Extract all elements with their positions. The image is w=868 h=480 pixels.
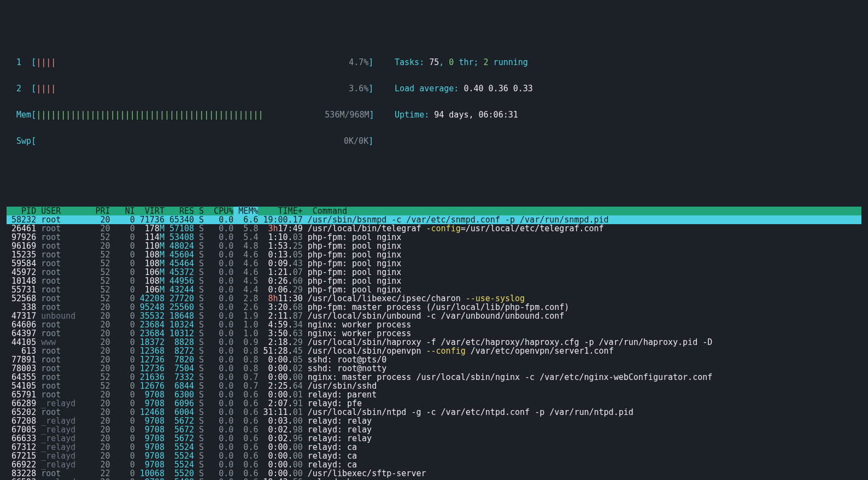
- table-row[interactable]: 66633_relayd20097085672S0.00.60:02.96rel…: [7, 434, 861, 443]
- table-row[interactable]: 67208_relayd20097085672S0.00.60:03.00rel…: [7, 417, 861, 425]
- table-row[interactable]: 96169root200110M48024S0.04.81:53.25php-f…: [7, 242, 861, 250]
- table-row[interactable]: 67312_relayd20097085524S0.00.60:00.00rel…: [7, 443, 861, 452]
- table-row[interactable]: 67215_relayd20097085524S0.00.60:00.00rel…: [7, 452, 861, 460]
- table-row[interactable]: 83228root220100685520S0.00.60:00.00/usr/…: [7, 469, 861, 478]
- table-row[interactable]: 44105www200183728828S0.00.92:18.29/usr/l…: [7, 338, 861, 347]
- table-row[interactable]: 66593_relayd20097085488S0.00.619:43.56re…: [7, 478, 861, 480]
- cpu1-meter: 1 [||||4.7%]: [7, 58, 395, 67]
- table-row[interactable]: 54105root520126766844S0.00.72:25.64/usr/…: [7, 382, 861, 390]
- table-row[interactable]: 47317unbound2003553218648S0.01.92:11.87/…: [7, 312, 861, 320]
- table-row[interactable]: 78003root200127367504S0.00.80:00.02sshd:…: [7, 364, 861, 373]
- table-header[interactable]: PIDUSERPRINIVIRTRESSCPU%MEM% TIME+ Comma…: [7, 207, 861, 215]
- table-row[interactable]: 55731root520106M43244S0.04.40:06.29php-f…: [7, 285, 861, 294]
- table-row[interactable]: 97926root520114M53408S0.05.41:10.03php-f…: [7, 233, 861, 242]
- summary: Tasks: 75, 0 thr; 2 running Load average…: [395, 40, 861, 163]
- table-row[interactable]: 338root2009524825560S0.02.63:20.68php-fp…: [7, 303, 861, 312]
- table-row[interactable]: 613root200123688272S0.00.851:28.45/usr/l…: [7, 347, 861, 355]
- uptime-line: Uptime: 94 days, 06:06:31: [395, 110, 861, 119]
- table-row[interactable]: 64606root2002368410324S0.01.04:59.34ngin…: [7, 320, 861, 329]
- table-row[interactable]: 52568root5204220827720S0.02.88h11:30/usr…: [7, 294, 861, 303]
- table-row[interactable]: 65791root20097086300S0.00.60:00.01relayd…: [7, 390, 861, 399]
- table-row[interactable]: 58232root2007173665340S0.06.619:00.17/us…: [7, 215, 861, 224]
- swp-meter: Swp[0K/0K]: [7, 137, 395, 145]
- table-row[interactable]: 66289_relayd20097086096S0.00.62:07.91rel…: [7, 399, 861, 408]
- meters-left: 1 [||||4.7%] 2 [||||3.6%] Mem[||||||||||…: [7, 40, 395, 163]
- table-row[interactable]: 64355root520216367332S0.00.70:00.00nginx…: [7, 373, 861, 382]
- meters-section: 1 [||||4.7%] 2 [||||3.6%] Mem[||||||||||…: [7, 40, 861, 163]
- table-row[interactable]: 67005_relayd20097085672S0.00.60:02.98rel…: [7, 425, 861, 434]
- table-row[interactable]: 59584root520108M45464S0.04.60:09.43php-f…: [7, 259, 861, 268]
- mem-meter: Mem[||||||||||||||||||||||||||||||||||||…: [7, 110, 395, 119]
- table-row[interactable]: 26461root200178M57108S0.05.83h17:49/usr/…: [7, 224, 861, 233]
- table-row[interactable]: 45972root520106M45372S0.04.61:21.07php-f…: [7, 268, 861, 277]
- cpu2-meter: 2 [||||3.6%]: [7, 84, 395, 93]
- process-table[interactable]: PIDUSERPRINIVIRTRESSCPU%MEM% TIME+ Comma…: [7, 207, 861, 480]
- table-row[interactable]: 77891root200127367820S0.00.80:00.05sshd:…: [7, 355, 861, 364]
- table-row[interactable]: 66922_relayd20097085524S0.00.60:00.00rel…: [7, 460, 861, 469]
- tasks-line: Tasks: 75, 0 thr; 2 running: [395, 58, 861, 67]
- table-row[interactable]: 15235root520108M45604S0.04.60:13.05php-f…: [7, 250, 861, 259]
- table-row[interactable]: 64397root2002368410312S0.01.03:50.63ngin…: [7, 329, 861, 338]
- table-row[interactable]: 10148root520108M44956S0.04.50:26.60php-f…: [7, 277, 861, 285]
- load-line: Load average: 0.40 0.36 0.33: [395, 84, 861, 93]
- table-row[interactable]: 65202root200124686004S0.00.631:11.01/usr…: [7, 408, 861, 417]
